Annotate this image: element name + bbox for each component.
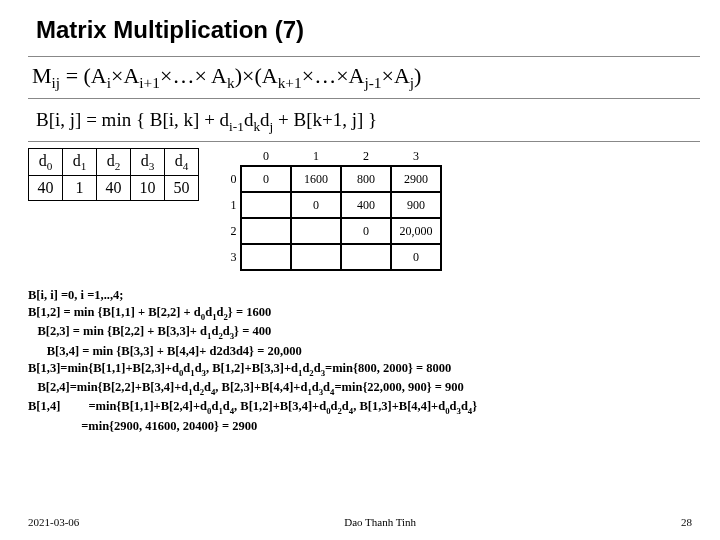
slide-title: Matrix Multiplication (7) [36, 16, 700, 44]
b-cell: 0 [391, 244, 441, 270]
table-row: d0 d1 d2 d3 d4 [29, 149, 199, 176]
calc-line: B[1,4] =min{B[1,1]+B[2,4]+d0d1d4, B[1,2]… [28, 398, 700, 417]
b-cell: 0 [341, 218, 391, 244]
d-header: d0 [29, 149, 63, 176]
col-header: 1 [291, 148, 341, 166]
d-value: 50 [165, 176, 199, 201]
corner-blank [227, 148, 241, 166]
d-value: 1 [63, 176, 97, 201]
d-value: 40 [29, 176, 63, 201]
b-cell [241, 218, 291, 244]
b-cell: 400 [341, 192, 391, 218]
d-values-table: d0 d1 d2 d3 d4 40 1 40 10 50 [28, 148, 199, 201]
d-header: d3 [131, 149, 165, 176]
table-row: 0 1 2 3 [227, 148, 441, 166]
footer-author: Dao Thanh Tinh [344, 516, 416, 528]
calculation-steps: B[i, i] =0, i =1,..,4; B[1,2] = min {B[1… [28, 287, 700, 434]
calc-line: =min{2900, 41600, 20400} = 2900 [28, 418, 700, 435]
calc-line: B[1,3]=min{B[1,1]+B[2,3]+d0d1d3, B[1,2]+… [28, 360, 700, 379]
d-value: 40 [97, 176, 131, 201]
col-header: 3 [391, 148, 441, 166]
b-cell: 0 [241, 166, 291, 192]
b-cell: 20,000 [391, 218, 441, 244]
row-header: 1 [227, 192, 241, 218]
table-row: 0 0 1600 800 2900 [227, 166, 441, 192]
row-header: 3 [227, 244, 241, 270]
main-formula: Mij = (Ai×Ai+1×…× Ak)×(Ak+1×…×Aj-1×Aj) [28, 56, 700, 99]
col-header: 2 [341, 148, 391, 166]
b-cell: 800 [341, 166, 391, 192]
b-cell: 0 [291, 192, 341, 218]
b-cell [291, 218, 341, 244]
calc-line: B[3,4] = min {B[3,3] + B[4,4]+ d2d3d4} =… [28, 343, 700, 360]
calc-line: B[2,4]=min{B[2,2]+B[3,4]+d1d2d4, B[2,3]+… [28, 379, 700, 398]
table-row: 1 0 400 900 [227, 192, 441, 218]
table-row: 3 0 [227, 244, 441, 270]
table-row: 2 0 20,000 [227, 218, 441, 244]
d-value: 10 [131, 176, 165, 201]
tables-wrap: d0 d1 d2 d3 d4 40 1 40 10 50 0 1 2 3 0 0… [28, 148, 700, 271]
footer-date: 2021-03-06 [28, 516, 79, 528]
row-header: 0 [227, 166, 241, 192]
d-header: d4 [165, 149, 199, 176]
b-cell [241, 244, 291, 270]
col-header: 0 [241, 148, 291, 166]
d-header: d1 [63, 149, 97, 176]
calc-line: B[1,2] = min {B[1,1] + B[2,2] + d0d1d2} … [28, 304, 700, 323]
b-cell: 2900 [391, 166, 441, 192]
b-cell [291, 244, 341, 270]
table-row: 40 1 40 10 50 [29, 176, 199, 201]
calc-line: B[2,3] = min {B[2,2] + B[3,3]+ d1d2d3} =… [28, 323, 700, 342]
slide-footer: 2021-03-06 Dao Thanh Tinh 28 [0, 516, 720, 528]
row-header: 2 [227, 218, 241, 244]
b-cell: 900 [391, 192, 441, 218]
footer-pageno: 28 [681, 516, 692, 528]
b-matrix-table: 0 1 2 3 0 0 1600 800 2900 1 0 400 900 2 … [227, 148, 442, 271]
b-cell [241, 192, 291, 218]
recurrence-formula: B[i, j] = min { B[i, k] + di-1dkdj + B[k… [28, 103, 700, 142]
d-header: d2 [97, 149, 131, 176]
b-cell: 1600 [291, 166, 341, 192]
b-cell [341, 244, 391, 270]
calc-line: B[i, i] =0, i =1,..,4; [28, 287, 700, 304]
